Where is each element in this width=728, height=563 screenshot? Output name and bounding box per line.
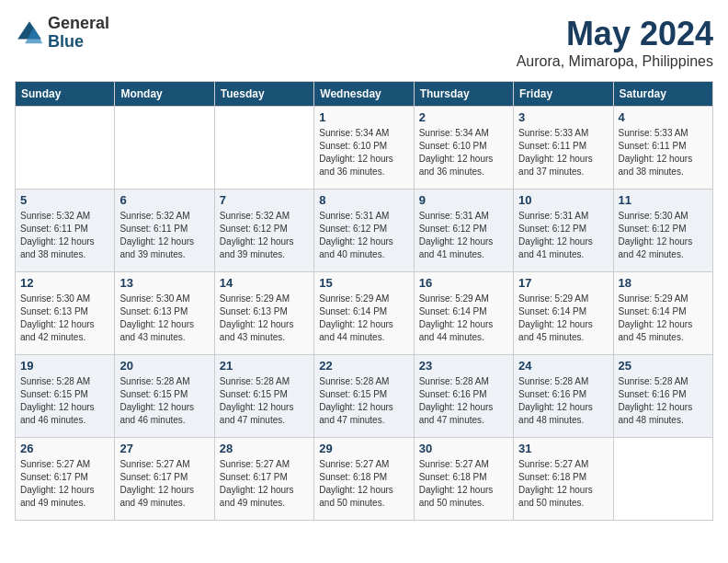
calendar-cell: 5Sunrise: 5:32 AM Sunset: 6:11 PM Daylig… (16, 190, 115, 272)
day-info: Sunrise: 5:29 AM Sunset: 6:14 PM Dayligh… (518, 293, 608, 344)
logo-icon (15, 18, 44, 48)
day-info: Sunrise: 5:28 AM Sunset: 6:15 PM Dayligh… (20, 375, 109, 427)
calendar-location: Aurora, Mimaropa, Philippines (517, 53, 713, 70)
day-number: 9 (419, 193, 508, 207)
day-number: 13 (119, 276, 209, 290)
calendar-cell: 12Sunrise: 5:30 AM Sunset: 6:13 PM Dayli… (16, 272, 115, 355)
calendar-cell: 27Sunrise: 5:27 AM Sunset: 6:17 PM Dayli… (115, 438, 214, 521)
day-number: 19 (20, 359, 109, 373)
day-header-thursday: Thursday (414, 82, 513, 107)
calendar-cell: 14Sunrise: 5:29 AM Sunset: 6:13 PM Dayli… (214, 272, 313, 355)
day-info: Sunrise: 5:27 AM Sunset: 6:18 PM Dayligh… (319, 458, 408, 510)
calendar-cell: 6Sunrise: 5:32 AM Sunset: 6:11 PM Daylig… (115, 190, 214, 272)
day-info: Sunrise: 5:32 AM Sunset: 6:11 PM Dayligh… (119, 210, 209, 261)
day-number: 23 (419, 359, 508, 373)
page-header: General Blue May 2024 Aurora, Mimaropa, … (15, 15, 713, 70)
day-header-friday: Friday (514, 82, 613, 107)
calendar-cell: 28Sunrise: 5:27 AM Sunset: 6:17 PM Dayli… (214, 438, 313, 521)
calendar-cell (115, 107, 214, 190)
day-info: Sunrise: 5:33 AM Sunset: 6:11 PM Dayligh… (619, 127, 708, 178)
day-number: 5 (20, 193, 109, 207)
day-number: 8 (319, 193, 408, 207)
day-number: 30 (419, 442, 508, 455)
day-info: Sunrise: 5:29 AM Sunset: 6:14 PM Dayligh… (619, 293, 708, 344)
day-info: Sunrise: 5:28 AM Sunset: 6:15 PM Dayligh… (119, 375, 209, 427)
calendar-cell: 16Sunrise: 5:29 AM Sunset: 6:14 PM Dayli… (414, 272, 513, 355)
calendar-cell: 1Sunrise: 5:34 AM Sunset: 6:10 PM Daylig… (314, 107, 414, 190)
day-header-tuesday: Tuesday (214, 82, 313, 107)
day-number: 16 (419, 276, 508, 290)
calendar-cell: 3Sunrise: 5:33 AM Sunset: 6:11 PM Daylig… (514, 107, 613, 190)
day-number: 18 (619, 276, 708, 290)
day-info: Sunrise: 5:32 AM Sunset: 6:12 PM Dayligh… (220, 210, 309, 261)
day-info: Sunrise: 5:28 AM Sunset: 6:16 PM Dayligh… (518, 375, 608, 427)
logo-blue-text: Blue (48, 33, 109, 52)
day-info: Sunrise: 5:28 AM Sunset: 6:16 PM Dayligh… (619, 375, 708, 427)
day-header-sunday: Sunday (16, 82, 115, 107)
day-number: 21 (220, 359, 309, 373)
calendar-cell: 31Sunrise: 5:27 AM Sunset: 6:18 PM Dayli… (514, 438, 613, 521)
day-number: 24 (518, 359, 608, 373)
calendar-cell: 23Sunrise: 5:28 AM Sunset: 6:16 PM Dayli… (414, 355, 513, 438)
calendar-cell (214, 107, 313, 190)
calendar-cell: 29Sunrise: 5:27 AM Sunset: 6:18 PM Dayli… (314, 438, 414, 521)
calendar-cell (613, 438, 712, 521)
calendar-cell: 7Sunrise: 5:32 AM Sunset: 6:12 PM Daylig… (214, 190, 313, 272)
day-number: 31 (518, 442, 608, 455)
day-number: 27 (119, 442, 209, 455)
day-number: 3 (518, 110, 608, 124)
calendar-cell: 9Sunrise: 5:31 AM Sunset: 6:12 PM Daylig… (414, 190, 513, 272)
calendar-cell: 19Sunrise: 5:28 AM Sunset: 6:15 PM Dayli… (16, 355, 115, 438)
calendar-cell: 30Sunrise: 5:27 AM Sunset: 6:18 PM Dayli… (414, 438, 513, 521)
day-number: 20 (119, 359, 209, 373)
calendar-cell: 20Sunrise: 5:28 AM Sunset: 6:15 PM Dayli… (115, 355, 214, 438)
calendar-week-row: 12Sunrise: 5:30 AM Sunset: 6:13 PM Dayli… (16, 272, 713, 355)
day-number: 6 (119, 193, 209, 207)
day-number: 1 (319, 110, 408, 124)
calendar-cell: 22Sunrise: 5:28 AM Sunset: 6:15 PM Dayli… (314, 355, 414, 438)
calendar-week-row: 5Sunrise: 5:32 AM Sunset: 6:11 PM Daylig… (16, 190, 713, 272)
calendar-week-row: 26Sunrise: 5:27 AM Sunset: 6:17 PM Dayli… (16, 438, 713, 521)
day-info: Sunrise: 5:30 AM Sunset: 6:13 PM Dayligh… (20, 293, 109, 344)
day-info: Sunrise: 5:28 AM Sunset: 6:15 PM Dayligh… (220, 375, 309, 427)
calendar-cell: 13Sunrise: 5:30 AM Sunset: 6:13 PM Dayli… (115, 272, 214, 355)
logo-general: General (48, 15, 109, 33)
day-info: Sunrise: 5:31 AM Sunset: 6:12 PM Dayligh… (518, 210, 608, 261)
calendar-week-row: 1Sunrise: 5:34 AM Sunset: 6:10 PM Daylig… (16, 107, 713, 190)
calendar-cell: 26Sunrise: 5:27 AM Sunset: 6:17 PM Dayli… (16, 438, 115, 521)
title-block: May 2024 Aurora, Mimaropa, Philippines (517, 15, 713, 70)
day-info: Sunrise: 5:28 AM Sunset: 6:16 PM Dayligh… (419, 375, 508, 427)
calendar-cell: 15Sunrise: 5:29 AM Sunset: 6:14 PM Dayli… (314, 272, 414, 355)
calendar-cell: 8Sunrise: 5:31 AM Sunset: 6:12 PM Daylig… (314, 190, 414, 272)
day-info: Sunrise: 5:32 AM Sunset: 6:11 PM Dayligh… (20, 210, 109, 261)
day-info: Sunrise: 5:29 AM Sunset: 6:14 PM Dayligh… (319, 293, 408, 344)
day-info: Sunrise: 5:27 AM Sunset: 6:17 PM Dayligh… (220, 458, 309, 510)
day-number: 25 (619, 359, 708, 373)
day-info: Sunrise: 5:30 AM Sunset: 6:12 PM Dayligh… (619, 210, 708, 261)
day-info: Sunrise: 5:27 AM Sunset: 6:18 PM Dayligh… (518, 458, 608, 510)
day-number: 12 (20, 276, 109, 290)
calendar-cell: 24Sunrise: 5:28 AM Sunset: 6:16 PM Dayli… (514, 355, 613, 438)
calendar-cell: 18Sunrise: 5:29 AM Sunset: 6:14 PM Dayli… (613, 272, 712, 355)
day-info: Sunrise: 5:29 AM Sunset: 6:13 PM Dayligh… (220, 293, 309, 344)
calendar-cell: 21Sunrise: 5:28 AM Sunset: 6:15 PM Dayli… (214, 355, 313, 438)
day-number: 7 (220, 193, 309, 207)
calendar-table: SundayMondayTuesdayWednesdayThursdayFrid… (15, 81, 713, 521)
day-number: 15 (319, 276, 408, 290)
day-number: 14 (220, 276, 309, 290)
day-info: Sunrise: 5:28 AM Sunset: 6:15 PM Dayligh… (319, 375, 408, 427)
calendar-cell: 4Sunrise: 5:33 AM Sunset: 6:11 PM Daylig… (613, 107, 712, 190)
day-number: 28 (220, 442, 309, 455)
day-header-saturday: Saturday (613, 82, 712, 107)
calendar-cell (16, 107, 115, 190)
day-info: Sunrise: 5:30 AM Sunset: 6:13 PM Dayligh… (119, 293, 209, 344)
day-info: Sunrise: 5:27 AM Sunset: 6:17 PM Dayligh… (119, 458, 209, 510)
day-info: Sunrise: 5:31 AM Sunset: 6:12 PM Dayligh… (319, 210, 408, 261)
logo: General Blue (15, 15, 109, 52)
day-number: 26 (20, 442, 109, 455)
day-number: 22 (319, 359, 408, 373)
day-number: 2 (419, 110, 508, 124)
calendar-cell: 2Sunrise: 5:34 AM Sunset: 6:10 PM Daylig… (414, 107, 513, 190)
day-info: Sunrise: 5:31 AM Sunset: 6:12 PM Dayligh… (419, 210, 508, 261)
day-info: Sunrise: 5:33 AM Sunset: 6:11 PM Dayligh… (518, 127, 608, 178)
